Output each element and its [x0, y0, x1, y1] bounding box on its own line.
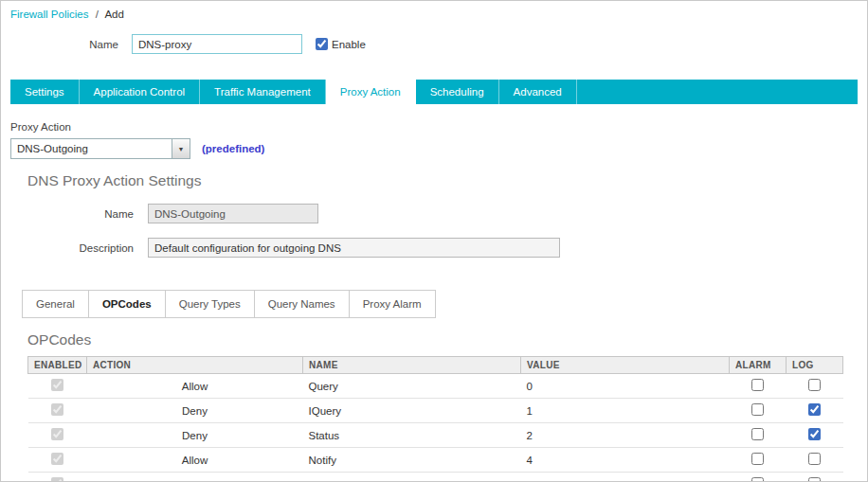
alarm-checkbox[interactable]	[751, 403, 764, 416]
alarm-cell	[730, 399, 787, 423]
alarm-checkbox[interactable]	[751, 453, 764, 465]
value-cell: 5	[521, 473, 730, 482]
log-cell	[787, 374, 843, 399]
value-cell: 0	[521, 374, 730, 399]
policy-name-row: Name Enable	[10, 34, 858, 54]
name-cell: IQuery	[303, 399, 521, 423]
proxy-action-subtabs: GeneralOPCodesQuery TypesQuery NamesProx…	[22, 290, 436, 318]
opcodes-table: ENABLEDACTIONNAMEVALUEALARMLOG AllowQuer…	[27, 356, 843, 482]
name-cell: Query	[303, 374, 521, 399]
action-name-label: Name	[10, 208, 148, 220]
alarm-cell	[730, 374, 787, 399]
subtab-proxy-alarm[interactable]: Proxy Alarm	[350, 291, 435, 317]
log-checkbox[interactable]	[808, 403, 821, 416]
alarm-checkbox[interactable]	[751, 379, 764, 391]
breadcrumb-link-firewall-policies[interactable]: Firewall Policies	[10, 9, 88, 20]
log-checkbox[interactable]	[808, 428, 821, 440]
action-cell: Allow	[87, 374, 303, 399]
name-cell: Notify	[303, 448, 521, 473]
tab-scheduling[interactable]: Scheduling	[416, 80, 499, 104]
tab-traffic-management[interactable]: Traffic Management	[200, 80, 326, 104]
value-cell: 1	[521, 399, 730, 423]
enable-field: Enable	[316, 38, 366, 50]
log-cell	[787, 448, 843, 473]
proxy-action-selected-value: DNS-Outgoing	[11, 139, 172, 158]
log-checkbox[interactable]	[808, 477, 821, 482]
action-cell: Allow	[87, 473, 303, 482]
alarm-cell	[730, 448, 787, 473]
main-tabbar: SettingsApplication ControlTraffic Manag…	[10, 80, 858, 104]
subtab-general[interactable]: General	[23, 291, 89, 317]
tab-application-control[interactable]: Application Control	[80, 80, 201, 104]
table-row: DenyStatus2	[28, 423, 843, 448]
column-header-enabled: ENABLED	[28, 357, 87, 374]
column-header-action: ACTION	[87, 357, 303, 374]
subtab-query-names[interactable]: Query Names	[255, 291, 350, 317]
tab-settings[interactable]: Settings	[10, 80, 80, 104]
enabled-cell	[28, 399, 87, 423]
tab-proxy-action[interactable]: Proxy Action	[326, 80, 416, 104]
enabled-cell	[28, 374, 87, 399]
proxy-action-dropdown[interactable]: DNS-Outgoing ▼	[10, 138, 190, 159]
description-row: Description	[10, 238, 858, 258]
log-cell	[787, 399, 843, 423]
enabled-checkbox	[51, 453, 63, 465]
enabled-checkbox	[51, 477, 63, 482]
value-cell: 2	[521, 423, 730, 448]
alarm-checkbox[interactable]	[751, 428, 764, 440]
action-name-input	[148, 204, 318, 223]
column-header-log: LOG	[787, 357, 843, 374]
alarm-cell	[730, 473, 787, 482]
enabled-cell	[28, 448, 87, 473]
breadcrumb: Firewall Policies / Add	[10, 9, 858, 20]
name-cell: Status	[303, 423, 521, 448]
action-name-row: Name	[10, 204, 858, 223]
subtab-query-types[interactable]: Query Types	[166, 291, 255, 317]
policy-name-label: Name	[10, 39, 132, 50]
proxy-action-label: Proxy Action	[10, 121, 858, 133]
opcodes-header-row: ENABLEDACTIONNAMEVALUEALARMLOG	[28, 357, 843, 374]
description-label: Description	[10, 242, 148, 254]
dns-proxy-settings-form: Name Description	[10, 204, 858, 258]
enable-label: Enable	[332, 39, 366, 50]
description-input[interactable]	[148, 238, 560, 258]
column-header-alarm: ALARM	[730, 357, 787, 374]
name-cell: Update	[303, 473, 521, 482]
table-row: AllowNotify4	[28, 448, 843, 473]
opcodes-title: OPCodes	[27, 331, 858, 348]
breadcrumb-separator: /	[96, 9, 99, 20]
action-cell: Allow	[87, 448, 303, 473]
policy-name-input[interactable]	[132, 34, 302, 54]
log-cell	[787, 423, 843, 448]
column-header-name: NAME	[303, 357, 521, 374]
firewall-policy-page: Firewall Policies / Add Name Enable Sett…	[0, 0, 868, 482]
enabled-checkbox	[51, 379, 63, 391]
breadcrumb-current: Add	[104, 9, 123, 20]
table-row: AllowQuery0	[28, 374, 843, 399]
value-cell: 4	[521, 448, 730, 473]
opcodes-tbody: AllowQuery0DenyIQuery1DenyStatus2AllowNo…	[28, 374, 843, 482]
alarm-cell	[730, 423, 787, 448]
dns-proxy-settings-title: DNS Proxy Action Settings	[27, 172, 858, 189]
subtab-opcodes[interactable]: OPCodes	[89, 291, 166, 317]
log-cell	[787, 473, 843, 482]
chevron-down-icon: ▼	[172, 139, 190, 158]
alarm-checkbox[interactable]	[751, 477, 764, 482]
enabled-cell	[28, 423, 87, 448]
log-checkbox[interactable]	[808, 379, 821, 391]
action-cell: Deny	[87, 399, 303, 423]
column-header-value: VALUE	[521, 357, 730, 374]
action-cell: Deny	[87, 423, 303, 448]
predefined-link[interactable]: (predefined)	[202, 143, 264, 154]
enable-checkbox[interactable]	[316, 38, 328, 50]
proxy-action-row: DNS-Outgoing ▼ (predefined)	[10, 138, 858, 159]
table-row: DenyIQuery1	[28, 399, 843, 423]
table-row: AllowUpdate5	[28, 473, 843, 482]
log-checkbox[interactable]	[808, 453, 821, 465]
enabled-checkbox	[51, 428, 63, 440]
enabled-cell	[28, 473, 87, 482]
enabled-checkbox	[51, 403, 63, 416]
tab-advanced[interactable]: Advanced	[499, 80, 577, 104]
